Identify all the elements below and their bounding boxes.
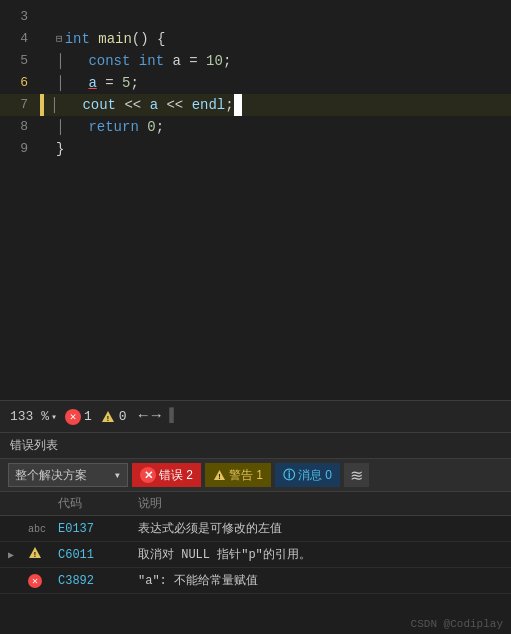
error-row-c3892[interactable]: ✕ C3892 "a": 不能给常量赋值 — [0, 568, 511, 594]
error-panel: 错误列表 整个解决方案 ▾ ✕ 错误 2 ! 警告 1 ⓘ 消息 0 ≋ — [0, 432, 511, 594]
line-num-8: 8 — [0, 116, 40, 138]
line-content-6: │ a = 5; — [46, 72, 139, 94]
warning-count: 0 — [119, 409, 127, 424]
btn-info-label: 消息 0 — [298, 467, 332, 484]
code-c3892[interactable]: C3892 — [58, 574, 138, 588]
filter-icon: ≋ — [350, 466, 363, 485]
error-icon-c3892: ✕ — [28, 574, 42, 588]
warning-icon-c6011: ! — [28, 546, 42, 559]
line-content-5: │ const int a = 10; — [46, 50, 231, 72]
solution-select[interactable]: 整个解决方案 ▾ — [8, 463, 128, 487]
line-num-4: 4 — [0, 28, 40, 50]
svg-text:!: ! — [105, 414, 110, 423]
keyword-int: int — [65, 28, 90, 50]
line-num-3: 3 — [0, 6, 40, 28]
type-e0137: abc — [28, 522, 58, 536]
collapse-icon-4[interactable]: ⊟ — [56, 28, 63, 50]
desc-c6011: 取消对 NULL 指针"p"的引用。 — [138, 546, 503, 563]
code-link-c6011[interactable]: C6011 — [58, 548, 94, 562]
line-num-7: 7 — [0, 94, 40, 116]
editor-empty-space — [0, 260, 511, 400]
code-e0137[interactable]: E0137 — [58, 522, 138, 536]
warning-status[interactable]: ! 0 — [100, 409, 127, 425]
code-c6011[interactable]: C6011 — [58, 548, 138, 562]
code-editor[interactable]: 3 4 ⊟int main() { 5 │ const int a = 10; … — [0, 0, 511, 260]
gutter-3 — [40, 6, 46, 28]
code-link-c3892[interactable]: C3892 — [58, 574, 94, 588]
line-content-7: │ cout << a << endl; — [44, 94, 242, 116]
code-line-5: 5 │ const int a = 10; — [0, 50, 511, 72]
error-panel-title: 错误列表 — [0, 433, 511, 459]
col-header-code: 代码 — [58, 495, 138, 512]
col-header-desc: 说明 — [138, 495, 503, 512]
error-icon: ✕ — [65, 409, 81, 425]
var-a-error: a — [88, 72, 96, 94]
code-line-3: 3 — [0, 6, 511, 28]
code-lines: 3 4 ⊟int main() { 5 │ const int a = 10; … — [0, 0, 511, 160]
code-line-9: 9 } — [0, 138, 511, 160]
error-filter-btn[interactable]: ✕ 错误 2 — [132, 463, 201, 487]
nav-bar: ▐ — [165, 408, 174, 425]
code-line-7: 7 │ cout << a << endl; — [0, 94, 511, 116]
line-content-8: │ return 0; — [46, 116, 164, 138]
code-line-4: 4 ⊟int main() { — [0, 28, 511, 50]
error-table-header: 代码 说明 — [0, 492, 511, 516]
status-bar: 133 % ▾ ✕ 1 ! 0 ← → ▐ — [0, 400, 511, 432]
abc-icon: abc — [28, 524, 46, 535]
nav-arrows: ← → ▐ — [139, 408, 174, 425]
line-num-6: 6 — [0, 72, 40, 94]
type-c3892: ✕ — [28, 574, 58, 588]
error-status[interactable]: ✕ 1 — [65, 409, 92, 425]
code-link-e0137[interactable]: E0137 — [58, 522, 94, 536]
solution-dropdown-arrow: ▾ — [114, 468, 121, 483]
solution-label: 整个解决方案 — [15, 467, 87, 484]
line-content-4: ⊟int main() { — [46, 28, 165, 50]
line-num-5: 5 — [0, 50, 40, 72]
warning-filter-btn[interactable]: ! 警告 1 — [205, 463, 271, 487]
line-content-9: } — [46, 138, 64, 160]
btn-error-icon: ✕ — [140, 467, 156, 483]
btn-error-label: 错误 2 — [159, 467, 193, 484]
btn-info-icon: ⓘ — [283, 467, 295, 484]
error-count: 1 — [84, 409, 92, 424]
zoom-level: 133 % — [10, 409, 49, 424]
nav-back-arrow[interactable]: ← — [139, 408, 148, 425]
error-row-e0137[interactable]: abc E0137 表达式必须是可修改的左值 — [0, 516, 511, 542]
error-toolbar: 整个解决方案 ▾ ✕ 错误 2 ! 警告 1 ⓘ 消息 0 ≋ — [0, 459, 511, 492]
type-c6011: ! — [28, 546, 58, 563]
code-line-6: 6 │ a = 5; — [0, 72, 511, 94]
expand-c6011[interactable]: ▶ — [8, 548, 28, 562]
zoom-control[interactable]: 133 % ▾ — [10, 409, 57, 424]
svg-text:!: ! — [218, 472, 220, 481]
line-num-9: 9 — [0, 138, 40, 160]
error-list-label: 错误列表 — [10, 439, 58, 453]
text-cursor — [234, 94, 242, 116]
btn-warn-icon: ! — [213, 469, 226, 481]
svg-text:!: ! — [33, 550, 38, 559]
watermark: CSDN @Codiplay — [411, 618, 503, 630]
btn-warning-label: 警告 1 — [229, 467, 263, 484]
func-main: main — [98, 28, 132, 50]
error-row-c6011[interactable]: ▶ ! C6011 取消对 NULL 指针"p"的引用。 — [0, 542, 511, 568]
zoom-dropdown-arrow[interactable]: ▾ — [51, 411, 57, 423]
error-rows: abc E0137 表达式必须是可修改的左值 ▶ ! C6011 取消对 NUL… — [0, 516, 511, 594]
code-line-8: 8 │ return 0; — [0, 116, 511, 138]
nav-forward-arrow[interactable]: → — [152, 408, 161, 425]
desc-c3892: "a": 不能给常量赋值 — [138, 572, 503, 589]
filter-btn[interactable]: ≋ — [344, 463, 369, 487]
warning-icon: ! — [100, 409, 116, 425]
info-filter-btn[interactable]: ⓘ 消息 0 — [275, 463, 340, 487]
desc-e0137: 表达式必须是可修改的左值 — [138, 520, 503, 537]
